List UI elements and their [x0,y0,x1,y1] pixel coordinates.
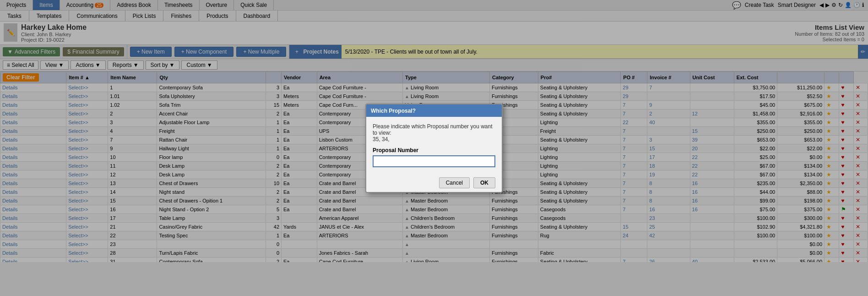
modal-overlay[interactable]: Which Proposal? Please indicate which Pr… [0,0,868,262]
modal-header: Which Proposal? [366,104,502,117]
proposal-number-label: Proposal Number [373,147,495,153]
proposal-number-input[interactable] [373,155,495,167]
modal-footer: Cancel OK [366,174,502,192]
modal-description: Please indicate which Proposal number yo… [373,123,495,143]
proposal-modal: Which Proposal? Please indicate which Pr… [365,104,503,193]
modal-body: Please indicate which Proposal number yo… [366,117,502,174]
cancel-button[interactable]: Cancel [439,177,470,188]
ok-button[interactable]: OK [473,177,495,188]
